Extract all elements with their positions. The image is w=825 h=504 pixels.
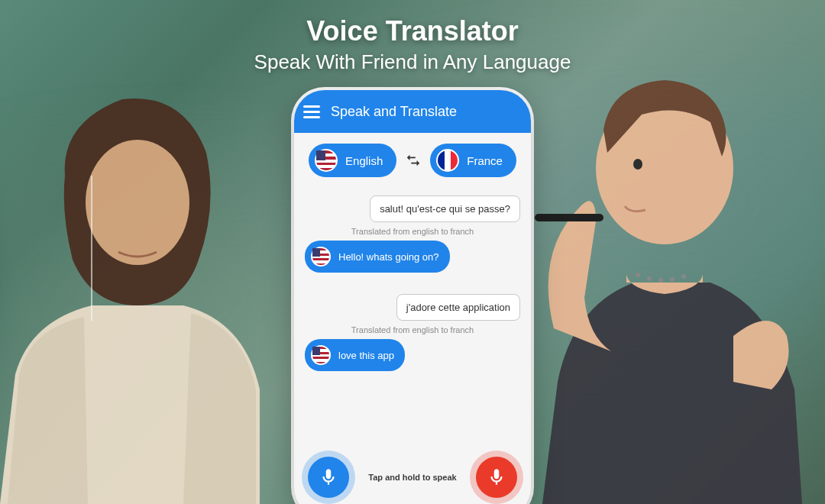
fr-flag-icon — [436, 149, 459, 172]
us-flag-icon — [311, 247, 331, 267]
message-out[interactable]: salut! qu'est-ce qui se passe? — [370, 195, 520, 222]
footer-bar: Tap and hold to speak — [294, 444, 531, 504]
chat-area: salut! qu'est-ce qui se passe? Translate… — [294, 188, 531, 374]
svg-point-6 — [647, 276, 652, 281]
translation-note: Translated from english to franch — [305, 325, 520, 334]
message-in[interactable]: love this app — [305, 339, 405, 371]
hero-subtitle: Speak With Friend in Any Language — [254, 50, 571, 74]
tap-hint: Tap and hold to speak — [368, 473, 456, 482]
target-language-label: France — [467, 154, 503, 167]
hero-title: Voice Translator — [254, 15, 571, 47]
swap-languages-button[interactable] — [403, 150, 424, 171]
target-language-button[interactable]: France — [430, 144, 516, 177]
hero-heading: Voice Translator Speak With Friend in An… — [254, 15, 571, 74]
svg-point-8 — [670, 277, 675, 282]
message-in[interactable]: Hello! whats going on? — [305, 241, 450, 273]
microphone-icon — [319, 467, 338, 487]
us-flag-icon — [311, 345, 331, 365]
language-bar: English France — [294, 133, 531, 188]
menu-icon[interactable] — [303, 105, 320, 118]
microphone-icon — [487, 467, 506, 487]
message-text: Hello! whats going on? — [338, 251, 439, 263]
message-text: love this app — [338, 350, 394, 361]
us-flag-icon — [315, 149, 338, 172]
phone-mockup: Speak and Translate English France salut… — [294, 90, 531, 504]
svg-rect-4 — [535, 214, 603, 221]
svg-point-1 — [86, 140, 189, 265]
mic-source-button[interactable] — [308, 457, 349, 498]
mic-target-button[interactable] — [476, 457, 517, 498]
app-title: Speak and Translate — [331, 104, 457, 120]
translation-note: Translated from english to franch — [305, 227, 520, 236]
svg-point-9 — [681, 274, 686, 279]
source-language-label: English — [345, 154, 383, 167]
svg-point-3 — [633, 159, 642, 170]
swap-icon — [405, 152, 422, 169]
svg-point-7 — [658, 278, 663, 283]
source-language-button[interactable]: English — [309, 144, 396, 177]
app-header: Speak and Translate — [294, 90, 531, 133]
person-right-illustration — [512, 46, 825, 504]
svg-point-5 — [636, 273, 640, 277]
message-out[interactable]: j'adore cette application — [396, 294, 520, 321]
person-left-illustration — [0, 53, 290, 504]
